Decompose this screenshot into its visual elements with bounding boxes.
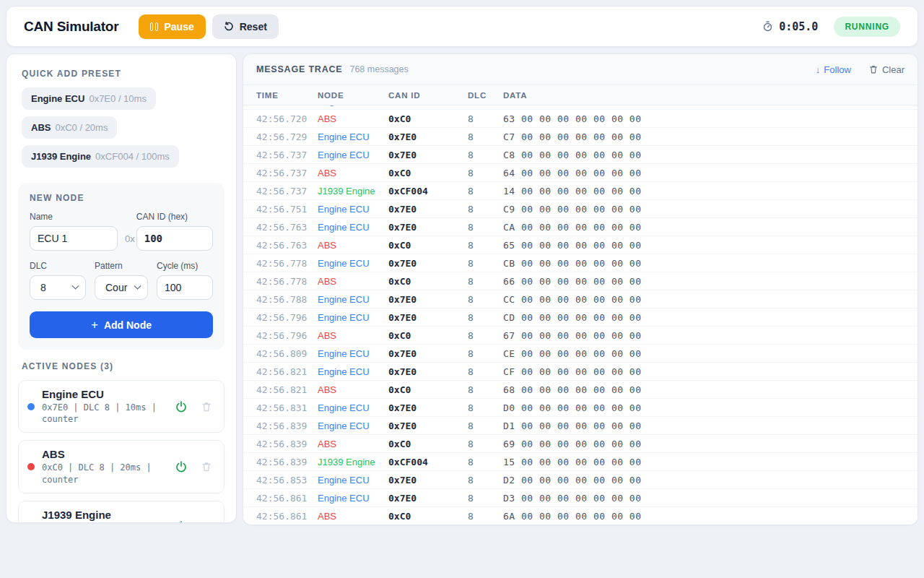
reset-button[interactable]: Reset — [212, 14, 279, 39]
cell-data: C7 00 00 00 00 00 00 00 — [503, 131, 905, 142]
table-row: 42:56.788 Engine ECU 0x7E0 8 CC 00 00 00… — [243, 290, 918, 309]
cell-data: D1 00 00 00 00 00 00 00 — [503, 420, 905, 431]
node-detail: 0x7E0 | DLC 8 | 10ms | counter — [42, 402, 165, 425]
node-status-dot — [27, 403, 35, 410]
table-row: 42:56.720 ABS 0xC0 8 63 00 00 00 00 00 0… — [243, 110, 918, 128]
cell-time: 42:56.809 — [256, 348, 318, 359]
table-row: 42:56.737 J1939 Engine 0xCF004 8 14 00 0… — [243, 182, 918, 200]
preset-detail: 0xCF004 / 100ms — [95, 151, 170, 162]
pattern-label: Pattern — [95, 261, 148, 271]
node-card-engine-ecu: Engine ECU 0x7E0 | DLC 8 | 10ms | counte… — [18, 380, 225, 433]
cell-canid: 0xCF004 — [388, 457, 468, 467]
cell-time: 42:56.821 — [256, 384, 318, 395]
table-row: 42:56.809 Engine ECU 0x7E0 8 CE 00 00 00… — [243, 345, 918, 363]
cell-time: 42:56.853 — [256, 475, 318, 486]
clear-button[interactable]: Clear — [868, 64, 905, 75]
node-detail: 0xC0 | DLC 8 | 20ms | counter — [42, 462, 165, 485]
preset-detail: 0x7E0 / 10ms — [89, 93, 147, 104]
trace-header: MESSAGE TRACE 768 messages ↓ Follow Clea… — [243, 54, 918, 85]
cell-time: 42:56.861 — [256, 511, 318, 522]
cell-node: Engine ECU — [318, 222, 388, 233]
cell-node: ABS — [318, 168, 388, 178]
cycle-input[interactable] — [157, 275, 213, 300]
table-row: 42:56.839 ABS 0xC0 8 69 00 00 00 00 00 0… — [243, 435, 918, 453]
pattern-select[interactable]: Cour — [95, 275, 148, 300]
timer-value: 0:05.0 — [779, 20, 818, 33]
cell-node: Engine ECU — [318, 348, 388, 359]
cell-node: ABS — [318, 113, 388, 124]
cell-data: D0 00 00 00 00 00 00 00 — [503, 402, 905, 413]
can-id-input[interactable] — [136, 226, 213, 251]
cell-dlc: 8 — [468, 186, 503, 197]
cell-data: C6 00 00 00 00 00 00 00 — [503, 105, 905, 106]
cell-canid: 0x7E0 — [388, 131, 468, 142]
table-row: 42:56.861 Engine ECU 0x7E0 8 D3 00 00 00… — [243, 489, 918, 507]
cell-canid: 0xC0 — [388, 276, 468, 287]
pause-button[interactable]: Pause — [139, 14, 205, 39]
preset-chip-j1939-engine[interactable]: J1939 Engine 0xCF004 / 100ms — [22, 145, 179, 168]
column-header-canid: CAN ID — [388, 91, 468, 100]
cell-canid: 0x7E0 — [388, 105, 468, 106]
status-badge: RUNNING — [834, 17, 900, 37]
cell-time: 42:56.839 — [256, 439, 318, 449]
node-name: Engine ECU — [42, 388, 165, 400]
cell-dlc: 8 — [468, 384, 503, 395]
pause-button-label: Pause — [164, 21, 193, 33]
cell-dlc: 8 — [468, 131, 503, 142]
cell-data: 64 00 00 00 00 00 00 00 — [503, 168, 905, 178]
add-node-button[interactable]: + Add Node — [30, 311, 213, 338]
cell-dlc: 8 — [468, 348, 503, 359]
dlc-select[interactable]: 8 — [30, 275, 86, 300]
reset-icon — [224, 22, 234, 32]
node-detail: 0xCF004 | DLC 8 | 100ms | counter — [42, 522, 165, 523]
trace-rows[interactable]: 42:56.712 Engine ECU 0x7E0 8 C6 00 00 00… — [243, 105, 918, 525]
preset-detail: 0xC0 / 20ms — [55, 122, 108, 133]
message-trace-panel: MESSAGE TRACE 768 messages ↓ Follow Clea… — [243, 53, 918, 525]
power-toggle-button[interactable] — [172, 517, 191, 523]
preset-name: J1939 Engine — [31, 151, 91, 162]
stopwatch-icon — [762, 21, 773, 32]
cell-time: 42:56.763 — [256, 222, 318, 233]
node-name-input[interactable] — [30, 226, 118, 251]
power-toggle-button[interactable] — [172, 397, 191, 416]
dlc-label: DLC — [30, 261, 86, 271]
cell-data: 66 00 00 00 00 00 00 00 — [503, 276, 905, 287]
cell-time: 42:56.778 — [256, 276, 318, 287]
app-title: CAN Simulator — [24, 19, 118, 35]
follow-button[interactable]: ↓ Follow — [816, 64, 851, 75]
cell-dlc: 8 — [468, 150, 503, 160]
cell-canid: 0xC0 — [388, 168, 468, 178]
delete-node-button[interactable] — [198, 518, 215, 523]
node-name: ABS — [42, 448, 165, 460]
cell-data: 14 00 00 00 00 00 00 00 — [503, 186, 905, 197]
table-row: 42:56.763 Engine ECU 0x7E0 8 CA 00 00 00… — [243, 218, 918, 236]
power-toggle-button[interactable] — [172, 457, 191, 476]
cell-time: 42:56.778 — [256, 258, 318, 269]
cell-time: 42:56.821 — [256, 366, 318, 377]
cell-node: Engine ECU — [318, 475, 388, 486]
table-row: 42:56.751 Engine ECU 0x7E0 8 C9 00 00 00… — [243, 200, 918, 218]
cell-dlc: 8 — [468, 222, 503, 233]
table-row: 42:56.729 Engine ECU 0x7E0 8 C7 00 00 00… — [243, 128, 918, 146]
cell-dlc: 8 — [468, 168, 503, 178]
delete-node-button[interactable] — [198, 458, 215, 475]
node-name: J1939 Engine — [42, 509, 165, 521]
cell-canid: 0x7E0 — [388, 366, 468, 377]
node-card-j1939-engine: J1939 Engine 0xCF004 | DLC 8 | 100ms | c… — [18, 501, 225, 523]
column-header-dlc: DLC — [468, 91, 503, 100]
cell-canid: 0x7E0 — [388, 294, 468, 305]
cell-data: 15 00 00 00 00 00 00 00 — [503, 457, 905, 467]
cell-dlc: 8 — [468, 420, 503, 431]
preset-chip-abs[interactable]: ABS 0xC0 / 20ms — [22, 116, 117, 139]
cell-node: Engine ECU — [318, 131, 388, 142]
node-card-abs: ABS 0xC0 | DLC 8 | 20ms | counter — [18, 440, 225, 493]
preset-chip-engine-ecu[interactable]: Engine ECU 0x7E0 / 10ms — [22, 87, 156, 110]
hex-prefix: 0x — [123, 233, 136, 251]
trace-title: MESSAGE TRACE — [256, 64, 342, 74]
chevron-down-icon — [134, 282, 141, 289]
reset-button-label: Reset — [240, 21, 267, 33]
clear-label: Clear — [882, 64, 905, 75]
delete-node-button[interactable] — [198, 398, 215, 415]
cell-data: 67 00 00 00 00 00 00 00 — [503, 330, 905, 341]
cell-time: 42:56.839 — [256, 457, 318, 467]
